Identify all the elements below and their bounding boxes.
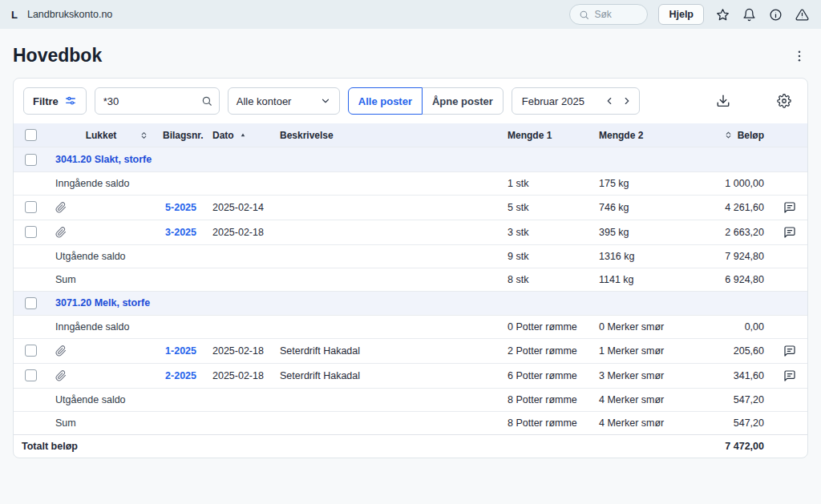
row-checkbox[interactable]	[25, 345, 37, 357]
checkbox-cell	[14, 291, 47, 315]
period-picker: Februar 2025	[512, 87, 640, 115]
comment-icon[interactable]	[783, 369, 796, 382]
entry-date: 2025-02-18	[204, 220, 272, 244]
checkbox-cell	[14, 220, 47, 244]
paperclip-icon[interactable]	[55, 202, 67, 213]
account-filter-select[interactable]: Alle kontoer	[228, 87, 340, 115]
total-amount: 7 472,00	[716, 434, 772, 458]
paperclip-icon[interactable]	[55, 370, 67, 381]
help-button[interactable]: Hjelp	[658, 4, 704, 25]
comment-cell	[772, 363, 807, 388]
quantity-1: 8 Potter rømme	[499, 388, 591, 411]
total-row: Totalt beløp 7 472,00	[14, 434, 807, 458]
quantity-1: 8 Potter rømme	[499, 411, 591, 434]
open-posts-button[interactable]: Åpne poster	[422, 87, 504, 115]
voucher-link[interactable]: 5-2025	[165, 202, 196, 213]
comment-icon[interactable]	[783, 226, 796, 239]
filter-button-label: Filtre	[33, 95, 59, 107]
column-header-belop[interactable]: Beløp	[716, 123, 772, 147]
column-header-dato[interactable]: Dato	[204, 123, 272, 147]
account-filter-value: Alle kontoer	[237, 95, 292, 107]
row-checkbox[interactable]	[25, 369, 37, 381]
account-link[interactable]: 3041.20 Slakt, storfe	[55, 154, 152, 165]
voucher-cell: 2-2025	[155, 363, 204, 388]
saldo-label: Sum	[47, 411, 499, 434]
quantity-1: 2 Potter rømme	[499, 338, 591, 363]
empty-cell	[14, 171, 47, 195]
filter-button[interactable]: Filtre	[23, 87, 87, 115]
quantity-1: 0 Potter rømme	[499, 315, 591, 338]
amount: 547,20	[716, 411, 772, 434]
row-checkbox[interactable]	[25, 201, 37, 213]
voucher-link[interactable]: 3-2025	[165, 227, 196, 238]
empty-cell	[14, 411, 47, 434]
saldo-label: Utgående saldo	[47, 244, 499, 268]
quantity-1: 1 stk	[499, 171, 591, 195]
voucher-cell: 5-2025	[155, 195, 204, 220]
empty-cell	[14, 315, 47, 338]
all-posts-button[interactable]: Alle poster	[348, 87, 423, 115]
row-checkbox[interactable]	[25, 226, 37, 238]
empty-cell	[772, 388, 807, 411]
column-header-mengde2: Mengde 2	[591, 123, 716, 147]
row-checkbox[interactable]	[25, 297, 37, 309]
ledger-entry-row: 3-20252025-02-183 stk395 kg2 663,20	[14, 220, 807, 244]
main-content: Hovedbok Filtre Alle kontoer	[0, 45, 821, 458]
table-header-row: Lukket Bilagsnr. Dato	[14, 123, 807, 147]
app-logo: L	[11, 9, 18, 21]
info-icon[interactable]	[767, 6, 783, 22]
amount: 205,60	[716, 338, 772, 363]
quantity-2: 4 Merker smør	[591, 388, 716, 411]
amount: 7 924,80	[716, 244, 772, 268]
ledger-entry-row: 2-20252025-02-18Seterdrift Hakadal6 Pott…	[14, 363, 807, 388]
ledger-entry-row: 5-20252025-02-145 stk746 kg4 261,60	[14, 195, 807, 220]
search-icon	[579, 10, 589, 20]
chevron-left-icon[interactable]	[601, 92, 618, 110]
warning-icon[interactable]	[794, 6, 810, 22]
entry-date: 2025-02-14	[204, 195, 272, 220]
paperclip-icon[interactable]	[55, 345, 67, 357]
gear-icon[interactable]	[775, 92, 793, 110]
quantity-2: 1316 kg	[591, 244, 716, 268]
saldo-row: Inngående saldo0 Potter rømme0 Merker sm…	[14, 315, 807, 338]
entry-date: 2025-02-18	[204, 338, 272, 363]
comment-icon[interactable]	[783, 201, 796, 214]
voucher-link[interactable]: 2-2025	[165, 370, 196, 381]
saldo-row: Sum8 Potter rømme4 Merker smør547,20	[14, 411, 807, 434]
comment-icon[interactable]	[783, 345, 796, 357]
account-group-row: 3041.20 Slakt, storfe	[14, 147, 807, 171]
column-header-mengde1: Mengde 1	[499, 123, 591, 147]
comment-cell	[772, 338, 807, 363]
account-link[interactable]: 3071.20 Melk, storfe	[55, 297, 150, 308]
column-header-lukket[interactable]: Lukket	[47, 123, 155, 147]
bell-icon[interactable]	[741, 6, 757, 22]
download-icon[interactable]	[714, 92, 732, 110]
quantity-1: 5 stk	[499, 195, 591, 220]
sort-both-icon	[140, 131, 148, 139]
row-checkbox[interactable]	[25, 154, 37, 166]
voucher-link[interactable]: 1-2025	[165, 345, 196, 357]
sort-asc-icon	[239, 131, 247, 139]
global-search[interactable]	[569, 4, 648, 25]
amount: 4 261,60	[716, 195, 772, 220]
quantity-2: 395 kg	[591, 220, 716, 244]
global-search-input[interactable]	[594, 9, 639, 20]
filter-sliders-icon	[64, 95, 77, 107]
chevron-right-icon[interactable]	[618, 92, 636, 110]
checkbox-cell	[14, 338, 47, 363]
entry-description	[272, 195, 499, 220]
topbar: L Landbrukskonto.no Hjelp	[0, 0, 821, 29]
saldo-row: Sum8 stk1141 kg6 924,80	[14, 268, 807, 291]
account-search	[95, 87, 220, 115]
kebab-menu-icon[interactable]	[791, 47, 808, 65]
star-icon[interactable]	[714, 6, 730, 22]
attachment-cell	[47, 338, 155, 363]
paperclip-icon[interactable]	[55, 227, 67, 238]
comment-cell	[772, 220, 807, 244]
select-all-checkbox[interactable]	[25, 129, 37, 141]
attachment-cell	[47, 220, 155, 244]
ledger-table: Lukket Bilagsnr. Dato	[14, 123, 807, 458]
quantity-1: 9 stk	[499, 244, 591, 268]
quantity-1: 8 stk	[499, 268, 591, 291]
quantity-2: 1 Merker smør	[591, 338, 716, 363]
